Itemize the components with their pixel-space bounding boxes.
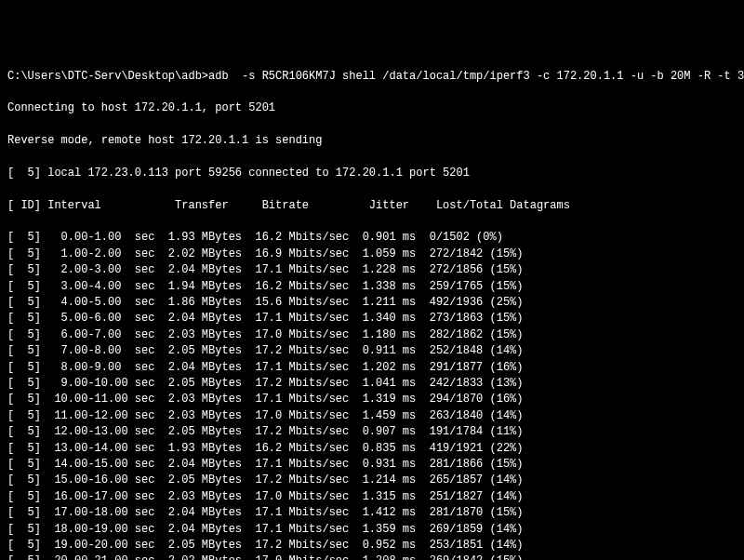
connecting-line: Connecting to host 172.20.1.1, port 5201 [7,100,737,116]
interval-row: [ 5] 12.00-13.00 sec 2.05 MBytes 17.2 Mb… [7,424,737,440]
local-line: [ 5] local 172.23.0.113 port 59256 conne… [7,166,737,181]
interval-row: [ 5] 9.00-10.00 sec 2.05 MBytes 17.2 Mbi… [7,376,737,392]
interval-row: [ 5] 20.00-21.00 sec 2.02 MBytes 17.0 Mb… [7,553,737,560]
interval-row: [ 5] 18.00-19.00 sec 2.04 MBytes 17.1 Mb… [7,522,737,538]
interval-row: [ 5] 16.00-17.00 sec 2.03 MBytes 17.0 Mb… [7,489,737,505]
interval-row: [ 5] 6.00-7.00 sec 2.03 MBytes 17.0 Mbit… [7,327,737,343]
interval-row: [ 5] 14.00-15.00 sec 2.04 MBytes 17.1 Mb… [7,457,737,473]
interval-row: [ 5] 15.00-16.00 sec 2.05 MBytes 17.2 Mb… [7,473,737,488]
header-line: [ ID] Interval Transfer Bitrate Jitter L… [7,198,737,214]
interval-row: [ 5] 11.00-12.00 sec 2.03 MBytes 17.0 Mb… [7,408,737,424]
interval-row: [ 5] 1.00-2.00 sec 2.02 MBytes 16.9 Mbit… [7,247,737,262]
interval-row: [ 5] 0.00-1.00 sec 1.93 MBytes 16.2 Mbit… [7,230,737,246]
interval-row: [ 5] 8.00-9.00 sec 2.04 MBytes 17.1 Mbit… [7,360,737,376]
interval-row: [ 5] 5.00-6.00 sec 2.04 MBytes 17.1 Mbit… [7,311,737,327]
interval-row: [ 5] 10.00-11.00 sec 2.03 MBytes 17.1 Mb… [7,392,737,407]
reverse-line: Reverse mode, remote host 172.20.1.1 is … [7,133,737,149]
interval-row: [ 5] 13.00-14.00 sec 1.93 MBytes 16.2 Mb… [7,441,737,457]
interval-row: [ 5] 3.00-4.00 sec 1.94 MBytes 16.2 Mbit… [7,279,737,295]
interval-row: [ 5] 4.00-5.00 sec 1.86 MBytes 15.6 Mbit… [7,295,737,311]
interval-row: [ 5] 19.00-20.00 sec 2.05 MBytes 17.2 Mb… [7,538,737,553]
interval-row: [ 5] 7.00-8.00 sec 2.05 MBytes 17.2 Mbit… [7,343,737,359]
interval-row: [ 5] 2.00-3.00 sec 2.04 MBytes 17.1 Mbit… [7,262,737,278]
interval-rows: [ 5] 0.00-1.00 sec 1.93 MBytes 16.2 Mbit… [7,230,737,560]
interval-row: [ 5] 17.00-18.00 sec 2.04 MBytes 17.1 Mb… [7,505,737,521]
command-line: C:\Users\DTC-Serv\Desktop\adb>adb -s R5C… [7,69,737,85]
